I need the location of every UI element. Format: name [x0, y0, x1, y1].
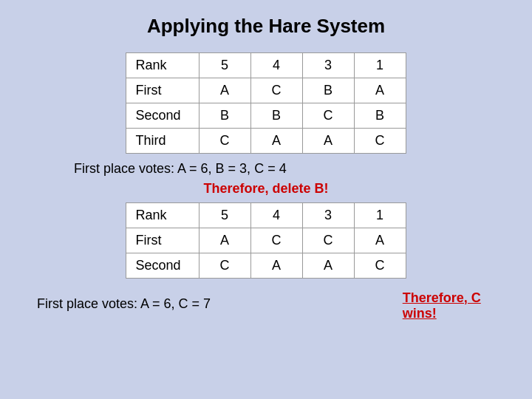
table1-header-4: 4 — [250, 53, 302, 78]
t2-r1-c3: C — [250, 228, 302, 253]
table2-header-3: 3 — [302, 203, 354, 228]
t2-r2-c4: A — [302, 253, 354, 279]
t2-r1-c4: C — [302, 228, 354, 253]
t2-r2-c3: A — [250, 253, 302, 279]
t1-r3-c3: A — [250, 129, 302, 154]
bottom-row: First place votes: A = 6, C = 7 Therefor… — [30, 290, 502, 321]
note2: First place votes: A = 6, C = 7 — [37, 296, 403, 312]
bottom-section: Therefore, delete B! Rank 5 4 3 1 First … — [30, 181, 502, 321]
page-title: Applying the Hare System — [147, 15, 385, 38]
table2-header-1: 1 — [354, 203, 406, 228]
table-row: Third C A A C — [126, 129, 406, 154]
table1-header-rank: Rank — [126, 53, 199, 78]
therefore1-text: Therefore, delete B! — [30, 181, 502, 197]
table2-header-5: 5 — [199, 203, 250, 228]
t2-r2-c5: C — [354, 253, 406, 279]
t1-r2-c4: C — [302, 103, 354, 129]
t1-r1-c4: B — [302, 78, 354, 103]
top-section: Rank 5 4 3 1 First A C B A Second B B C … — [30, 52, 502, 181]
table2: Rank 5 4 3 1 First A C C A Second C A A … — [126, 202, 406, 279]
t1-r2-c5: B — [354, 103, 406, 129]
table2-header-4: 4 — [250, 203, 302, 228]
t2-r2-c2: C — [199, 253, 250, 279]
therefore2-text: Therefore, C wins! — [403, 290, 495, 321]
t2-r2-c1: Second — [126, 253, 199, 279]
table1-header-5: 5 — [199, 53, 250, 78]
table-row: First A C C A — [126, 228, 406, 253]
table1: Rank 5 4 3 1 First A C B A Second B B C … — [126, 52, 406, 154]
t1-r1-c1: First — [126, 78, 199, 103]
t1-r3-c2: C — [199, 129, 250, 154]
t1-r2-c2: B — [199, 103, 250, 129]
t1-r2-c1: Second — [126, 103, 199, 129]
table-row: Second C A A C — [126, 253, 406, 279]
t1-r1-c2: A — [199, 78, 250, 103]
t2-r1-c5: A — [354, 228, 406, 253]
table1-header-1: 1 — [354, 53, 406, 78]
table2-header-rank: Rank — [126, 203, 199, 228]
t2-r1-c2: A — [199, 228, 250, 253]
table-row: First A C B A — [126, 78, 406, 103]
table-row: Second B B C B — [126, 103, 406, 129]
t1-r1-c5: A — [354, 78, 406, 103]
table1-header-3: 3 — [302, 53, 354, 78]
t2-r1-c1: First — [126, 228, 199, 253]
t1-r1-c3: C — [250, 78, 302, 103]
t1-r2-c3: B — [250, 103, 302, 129]
t1-r3-c5: C — [354, 129, 406, 154]
t1-r3-c4: A — [302, 129, 354, 154]
note1: First place votes: A = 6, B = 3, C = 4 — [30, 161, 502, 177]
t1-r3-c1: Third — [126, 129, 199, 154]
